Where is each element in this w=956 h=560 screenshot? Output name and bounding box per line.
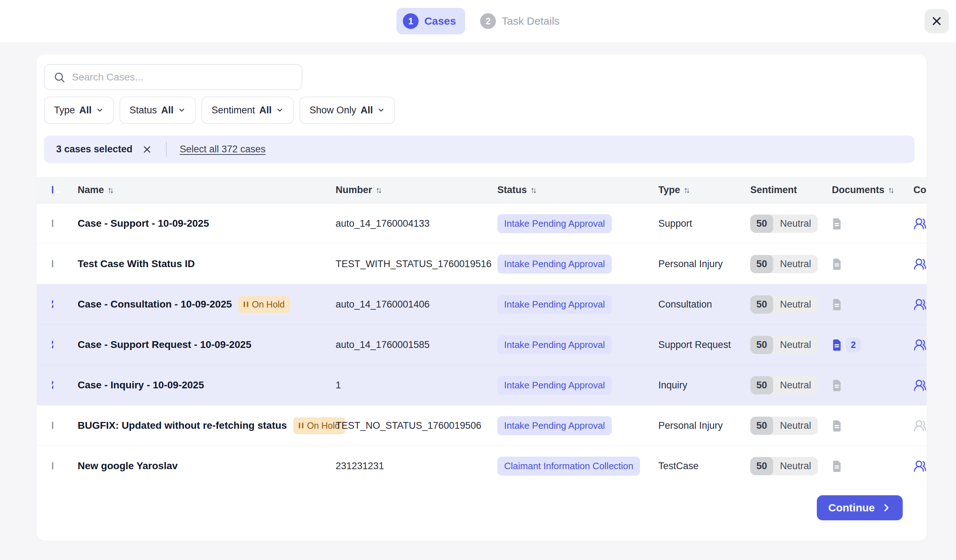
document-icon[interactable] xyxy=(832,380,842,391)
chevron-right-icon xyxy=(881,503,891,513)
column-header-status[interactable]: Status↑↓ xyxy=(497,185,658,196)
case-type: TestCase xyxy=(658,461,750,472)
sentiment-score: 50 xyxy=(750,336,773,354)
sentiment-score: 50 xyxy=(750,295,773,314)
contacts-icon[interactable] xyxy=(914,298,927,311)
pause-icon xyxy=(299,423,303,428)
select-all-checkbox[interactable] xyxy=(52,186,53,193)
contacts-icon[interactable] xyxy=(914,338,927,351)
search-icon xyxy=(53,71,66,83)
close-icon xyxy=(142,145,152,154)
case-name: Case - Support - 10-09-2025 xyxy=(78,218,209,229)
selection-banner: 3 cases selected Select all 372 cases xyxy=(44,135,915,163)
case-name: Case - Support Request - 10-09-2025 xyxy=(78,339,252,350)
sentiment-badge: 50Neutral xyxy=(750,336,818,354)
table-row[interactable]: Case - Consultation - 10-09-2025 On Hold… xyxy=(37,284,927,324)
filter-bar: TypeAll StatusAll SentimentAll Show Only… xyxy=(44,97,927,124)
sentiment-label: Neutral xyxy=(773,417,818,435)
case-type: Consultation xyxy=(658,299,750,310)
search-bar xyxy=(44,64,302,90)
filter-label: Type xyxy=(54,105,75,116)
row-checkbox[interactable] xyxy=(52,220,53,227)
search-input[interactable] xyxy=(72,72,293,83)
close-button[interactable] xyxy=(925,9,949,33)
table-row[interactable]: Case - Support Request - 10-09-2025 auto… xyxy=(37,324,927,365)
cases-panel: TypeAll StatusAll SentimentAll Show Only… xyxy=(37,54,927,541)
contacts-icon[interactable] xyxy=(914,257,927,271)
contacts-icon[interactable] xyxy=(914,460,927,473)
divider xyxy=(166,142,167,157)
filter-show-only[interactable]: Show OnlyAll xyxy=(299,97,395,124)
step-task-details[interactable]: 2 Task Details xyxy=(480,13,560,29)
step-cases[interactable]: 1 Cases xyxy=(396,8,465,35)
row-checkbox[interactable] xyxy=(52,260,53,267)
row-checkbox[interactable] xyxy=(52,422,53,429)
pause-icon xyxy=(244,301,248,307)
contacts-icon[interactable] xyxy=(914,379,927,392)
column-header-contacts[interactable]: Co xyxy=(914,185,927,196)
column-header-type[interactable]: Type↑↓ xyxy=(658,185,750,196)
case-type: Personal Injury xyxy=(658,420,750,431)
filter-sentiment[interactable]: SentimentAll xyxy=(201,97,294,124)
column-header-number[interactable]: Number↑↓ xyxy=(336,185,497,196)
continue-button[interactable]: Continue xyxy=(817,495,903,520)
case-number: 1 xyxy=(336,380,497,391)
status-badge: Intake Pending Approval xyxy=(497,376,612,395)
table-row[interactable]: New google Yaroslav 231231231 Claimant I… xyxy=(37,445,927,486)
filter-label: Show Only xyxy=(310,105,356,116)
column-header-sentiment: Sentiment xyxy=(750,185,832,196)
close-icon xyxy=(931,16,942,27)
sentiment-label: Neutral xyxy=(773,295,818,314)
top-bar: 1 Cases 2 Task Details xyxy=(0,0,956,42)
document-icon[interactable] xyxy=(832,420,842,431)
case-number: auto_14_1760001406 xyxy=(336,299,497,310)
step-label: Cases xyxy=(425,15,456,27)
case-name: New google Yaroslav xyxy=(78,460,178,472)
filter-value: All xyxy=(361,105,373,116)
column-header-name[interactable]: Name↑↓ xyxy=(78,185,336,196)
sentiment-label: Neutral xyxy=(773,457,818,475)
filter-value: All xyxy=(79,105,92,116)
sentiment-score: 50 xyxy=(750,255,773,273)
row-checkbox[interactable] xyxy=(52,381,53,389)
table-row[interactable]: Case - Support - 10-09-2025 auto_14_1760… xyxy=(37,203,927,243)
case-name: Case - Consultation - 10-09-2025 xyxy=(78,299,232,310)
document-icon[interactable] xyxy=(832,218,842,230)
contacts-icon[interactable] xyxy=(914,217,927,230)
sort-icon: ↑↓ xyxy=(684,185,690,195)
sort-icon: ↑↓ xyxy=(531,185,537,195)
document-count-badge: 2 xyxy=(846,337,861,352)
row-checkbox[interactable] xyxy=(52,341,53,348)
sort-icon: ↑↓ xyxy=(888,185,895,195)
filter-status[interactable]: StatusAll xyxy=(120,97,196,124)
filter-value: All xyxy=(259,105,272,116)
chevron-down-icon xyxy=(276,106,284,114)
sentiment-badge: 50Neutral xyxy=(750,215,818,233)
filter-label: Sentiment xyxy=(211,105,255,116)
column-header-documents[interactable]: Documents↑↓ xyxy=(832,185,914,196)
sentiment-badge: 50Neutral xyxy=(750,457,818,475)
case-number: TEST_WITH_STATUS_1760019516 xyxy=(336,259,497,270)
status-badge: Intake Pending Approval xyxy=(497,416,612,435)
case-name: BUGFIX: Updated without re-fetching stat… xyxy=(78,420,287,431)
table-row[interactable]: BUGFIX: Updated without re-fetching stat… xyxy=(37,405,927,445)
filter-type[interactable]: TypeAll xyxy=(44,97,114,124)
document-icon[interactable] xyxy=(832,258,842,270)
document-icon[interactable] xyxy=(832,339,842,351)
sentiment-badge: 50Neutral xyxy=(750,376,818,394)
sentiment-label: Neutral xyxy=(773,215,818,233)
select-all-link[interactable]: Select all 372 cases xyxy=(179,144,266,155)
clear-selection-button[interactable] xyxy=(141,143,153,155)
case-type: Support Request xyxy=(658,339,750,350)
table-row[interactable]: Case - Inquiry - 10-09-2025 1 Intake Pen… xyxy=(37,365,927,405)
document-icon[interactable] xyxy=(832,299,842,311)
sentiment-score: 50 xyxy=(750,457,773,475)
sentiment-score: 50 xyxy=(750,376,773,394)
case-name: Case - Inquiry - 10-09-2025 xyxy=(78,380,204,391)
status-badge: Claimant Information Collection xyxy=(497,456,640,475)
sentiment-badge: 50Neutral xyxy=(750,295,818,314)
document-icon[interactable] xyxy=(832,460,842,472)
row-checkbox[interactable] xyxy=(52,462,53,469)
table-row[interactable]: Test Case With Status ID TEST_WITH_STATU… xyxy=(37,243,927,284)
row-checkbox[interactable] xyxy=(52,300,53,308)
